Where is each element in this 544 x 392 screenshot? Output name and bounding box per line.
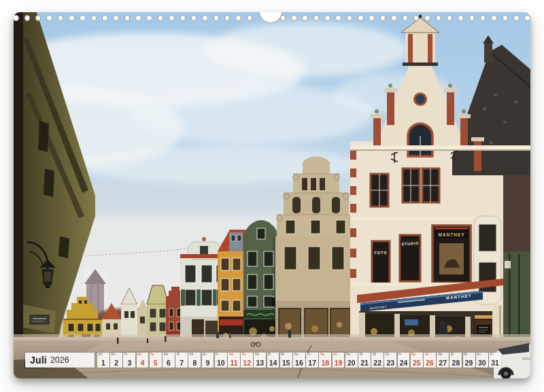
binding-hole xyxy=(91,15,97,21)
binding-hole xyxy=(291,15,297,21)
day-cell-6[interactable]: Mo6 xyxy=(163,353,175,368)
weekday-abbrev: Mo xyxy=(255,353,259,356)
day-cell-4[interactable]: Sa4 xyxy=(137,353,149,368)
month-year-label: Juli 2026 xyxy=(25,353,95,368)
foto-sign: FOTO xyxy=(374,251,387,255)
binding-hole xyxy=(180,15,186,21)
day-cell-22[interactable]: Mi22 xyxy=(371,353,384,368)
day-number: 31 xyxy=(489,359,501,367)
day-number: 25 xyxy=(411,359,423,367)
weekday-abbrev: Fr xyxy=(124,353,127,356)
binding-hole xyxy=(58,15,64,21)
weekday-abbrev: Fr xyxy=(490,353,493,356)
binding-hole xyxy=(35,15,41,21)
binding-hole xyxy=(80,15,86,21)
day-number: 9 xyxy=(202,359,214,367)
binding-hole xyxy=(158,15,164,21)
day-cell-20[interactable]: Mo20 xyxy=(345,353,358,368)
day-cell-17[interactable]: Fr17 xyxy=(306,353,318,368)
day-cell-8[interactable]: Mi8 xyxy=(188,353,201,368)
day-number: 23 xyxy=(384,359,396,367)
binding-hole xyxy=(135,15,141,21)
day-cell-15[interactable]: Mi15 xyxy=(280,353,292,368)
binding-hole xyxy=(302,15,308,21)
weekday-abbrev: Sa xyxy=(320,353,324,356)
binding-hole xyxy=(447,15,453,21)
binding-hole xyxy=(513,15,520,21)
day-cell-10[interactable]: Fr10 xyxy=(215,353,227,368)
day-number: 13 xyxy=(254,359,266,367)
oculus-window xyxy=(415,94,426,105)
weekday-abbrev: Mo xyxy=(346,353,350,356)
neighbor-green-wall xyxy=(503,175,530,353)
year: 2026 xyxy=(50,355,69,365)
binding-hole xyxy=(335,15,341,21)
day-cell-29[interactable]: Mi29 xyxy=(463,353,475,368)
weekday-abbrev: Do xyxy=(294,353,299,356)
day-number: 21 xyxy=(358,359,371,367)
binding-hole xyxy=(169,15,175,21)
day-number: 30 xyxy=(476,359,488,367)
weekday-abbrev: Mi xyxy=(281,353,284,356)
day-cell-9[interactable]: Do9 xyxy=(202,353,214,368)
day-cell-21[interactable]: Di21 xyxy=(358,353,371,368)
weekday-abbrev: Sa xyxy=(137,353,141,356)
weekday-abbrev: Do xyxy=(477,353,481,356)
green-house xyxy=(243,220,279,350)
day-cell-23[interactable]: Do23 xyxy=(384,353,396,368)
binding-hole xyxy=(113,15,119,21)
manthey-display-window: MANTHEY xyxy=(432,226,471,283)
day-cell-24[interactable]: Fr24 xyxy=(398,353,410,368)
day-cell-12[interactable]: So12 xyxy=(241,353,253,368)
day-cell-5[interactable]: So5 xyxy=(150,353,162,368)
day-cell-14[interactable]: Di14 xyxy=(267,353,279,368)
studio-window: STUDIO xyxy=(400,235,420,281)
binding-hole xyxy=(403,15,409,21)
day-number: 20 xyxy=(345,359,358,367)
binding-hole xyxy=(436,15,442,21)
calendar-product-photo: FOTO STUDIO MANTHEY MANTHEY xyxy=(0,0,544,392)
binding-hole xyxy=(247,15,253,21)
weekday-abbrev: Mi xyxy=(190,353,193,356)
manthey-window-sign: MANTHEY xyxy=(438,232,464,237)
binding-hole xyxy=(124,15,131,21)
binding-hole xyxy=(202,15,208,21)
binding-hole xyxy=(424,15,430,21)
day-cell-16[interactable]: Do16 xyxy=(293,353,305,368)
day-number: 6 xyxy=(163,359,175,367)
day-cell-31[interactable]: Fr31 xyxy=(489,353,501,368)
day-cell-19[interactable]: So19 xyxy=(333,353,345,368)
day-cell-28[interactable]: Di28 xyxy=(449,353,462,368)
weekday-abbrev: So xyxy=(425,353,429,356)
weekday-abbrev: Fr xyxy=(216,353,218,356)
day-cell-2[interactable]: Do2 xyxy=(110,353,122,368)
day-cell-7[interactable]: Di7 xyxy=(175,353,188,368)
month-name: Juli xyxy=(30,355,47,366)
day-cell-18[interactable]: Sa18 xyxy=(319,353,331,368)
day-cell-30[interactable]: Do30 xyxy=(476,353,488,368)
day-cell-25[interactable]: Sa25 xyxy=(411,353,423,368)
day-number: 4 xyxy=(137,359,149,367)
weekday-abbrev: So xyxy=(242,353,246,356)
weekday-abbrev: Sa xyxy=(411,353,415,356)
binding-hole xyxy=(369,15,375,21)
binding-hole xyxy=(24,15,31,21)
binding-hole xyxy=(69,15,75,21)
binding-hole xyxy=(491,15,497,21)
wall-sign xyxy=(30,315,49,324)
binding-hole xyxy=(214,15,220,21)
orange-house xyxy=(218,230,246,348)
day-cell-11[interactable]: Sa11 xyxy=(228,353,240,368)
day-cell-1[interactable]: Mi1 xyxy=(97,353,109,368)
binding-hole xyxy=(102,15,108,21)
binding-hole xyxy=(524,15,530,21)
day-cell-13[interactable]: Mo13 xyxy=(254,353,266,368)
day-cell-26[interactable]: So26 xyxy=(424,353,436,368)
day-cell-3[interactable]: Fr3 xyxy=(123,353,135,368)
weekday-abbrev: Do xyxy=(386,353,390,356)
green-shop-sign xyxy=(244,310,277,318)
binding-hole xyxy=(46,15,52,21)
day-number: 7 xyxy=(175,359,188,367)
day-cell-27[interactable]: Mo27 xyxy=(437,353,449,368)
weekday-abbrev: Mi xyxy=(464,353,467,356)
